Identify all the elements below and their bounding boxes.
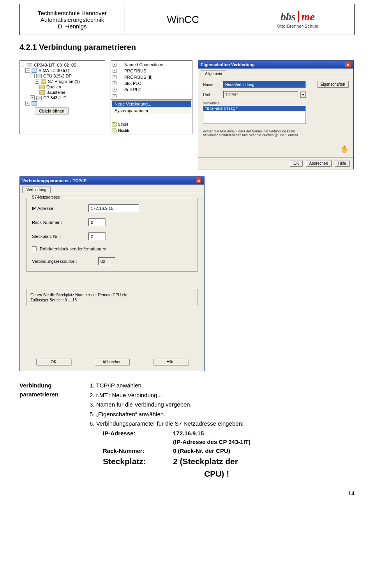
expand-icon[interactable]: +: [113, 88, 116, 92]
kv-ip-note: (IP-Adresse des CP 343-1IT): [173, 438, 251, 447]
tree-cp[interactable]: CP 343-1 IT: [43, 95, 66, 100]
folder-icon: [39, 90, 45, 95]
props-hint-text: Achten Sie bitte darauf, dass der Namen …: [203, 129, 306, 137]
cancel-button[interactable]: Abbrechen: [95, 359, 130, 365]
kv-slot-val: 2 (Steckplatz der: [173, 455, 238, 468]
collapse-icon[interactable]: −: [25, 68, 30, 73]
project-icon: [27, 63, 32, 67]
ip-label: IP-Adresse :: [32, 206, 88, 211]
menu-new-connection[interactable]: Neue Verbindung...: [112, 101, 191, 107]
department-name: Automatisierungstechnik: [41, 16, 104, 23]
rack-label: Rack-Nummer :: [32, 220, 88, 225]
logo-divider: [298, 11, 299, 22]
serverlist-label: Serverliste: [203, 101, 306, 105]
screenshot-row-top: −CP343-1IT_08_02_05 −SIMATIC 300(1) −CPU…: [19, 60, 355, 169]
menu-system-params[interactable]: Systemparameter: [112, 107, 191, 114]
close-icon[interactable]: ✕: [345, 62, 351, 67]
chevron-down-icon[interactable]: ▾: [300, 92, 306, 98]
rawdata-label: Rohdatenblock senden/empfangen: [40, 246, 106, 251]
connection-params-dialog: Verbindungsparameter - TCP/IP ✕ Verbindu…: [19, 176, 205, 371]
instruction-list: 1. TCP/IP anwählen. 2. r.MT.: Neue Verbi…: [90, 381, 355, 480]
ok-button[interactable]: OK: [290, 160, 302, 167]
cpu-icon: [36, 74, 42, 78]
props-title: Eigenschaften Verbindung: [201, 62, 255, 67]
expand-icon[interactable]: +: [30, 95, 35, 100]
struct-icon: [112, 122, 116, 127]
rack-field[interactable]: 0: [88, 218, 106, 226]
tree-blocks[interactable]: Bausteine: [46, 90, 65, 95]
conn-footer: OK Abbrechen Hilfe: [20, 356, 204, 371]
collapse-icon[interactable]: −: [21, 63, 25, 67]
ctx-item-slot-plc[interactable]: +Slot PLC: [111, 80, 192, 86]
expand-icon[interactable]: +: [25, 101, 30, 106]
station-icon: [32, 69, 37, 73]
instruction-block: Verbindung parametrieren 1. TCP/IP anwäh…: [19, 381, 355, 480]
instr-left1: Verbindung: [19, 381, 78, 390]
tree-sources[interactable]: Quellen: [46, 85, 61, 89]
unit-dropdown[interactable]: TCP/IP: [223, 91, 298, 98]
tree-cpu[interactable]: CPU 315-2 DP: [43, 74, 72, 78]
tab-general[interactable]: Allgemein: [201, 70, 226, 77]
rawdata-checkbox[interactable]: [32, 246, 37, 251]
step-3: 3. Namen für die Verbindung vergeben.: [90, 400, 355, 409]
expand-icon[interactable]: +: [113, 94, 116, 98]
ctx-item-profibus[interactable]: +PROFIBUS: [111, 68, 192, 74]
s7-address-group: S7-Netzadresse IP-Adresse : 172.16.9.15 …: [26, 198, 198, 272]
properties-dialog: Eigenschaften Verbindung ✕ Allgemein Nam…: [198, 60, 354, 169]
server-list[interactable]: TECHNIKE-DT1SQF: [203, 106, 306, 124]
kv-ip-key: IP-Adresse:: [103, 429, 173, 438]
conn-tabstrip: Verbindung: [20, 185, 204, 193]
step-6: 6. Verbindungsparameter für die S7 Netza…: [90, 419, 355, 428]
conn-title: Verbindungsparameter - TCP/IP: [22, 178, 86, 183]
help-button[interactable]: Hilfe: [153, 359, 188, 365]
header-logo-cell: bbs me Otto-Brenner-Schule: [241, 4, 354, 35]
context-menu-panel: +Named Connections +PROFIBUS +PROFIBUS (…: [111, 60, 192, 134]
header-title-cell: WinCC: [125, 4, 241, 35]
help-button[interactable]: Hilfe: [335, 160, 349, 167]
slot-label: Steckplatz-Nr. :: [32, 234, 88, 239]
graph-icon: [112, 129, 116, 133]
close-icon[interactable]: ✕: [196, 178, 202, 183]
document-title: WinCC: [167, 14, 199, 26]
slot-field[interactable]: 2: [88, 232, 106, 240]
tree-root[interactable]: CP343-1IT_08_02_05: [34, 63, 76, 67]
node-icon: [32, 101, 37, 106]
ctx-item-tcpip[interactable]: +: [111, 93, 192, 100]
ctx-item-soft-plc[interactable]: +Soft PLC: [111, 86, 192, 93]
collapse-icon[interactable]: −: [35, 79, 39, 84]
expand-icon[interactable]: +: [113, 81, 116, 85]
ip-field[interactable]: 172.16.9.15: [88, 204, 139, 212]
tree-station[interactable]: SIMATIC 300(1): [39, 68, 69, 73]
expand-icon[interactable]: +: [113, 69, 116, 73]
folder-icon: [41, 79, 46, 84]
bbs-logo: bbs me Otto-Brenner-Schule: [277, 11, 319, 28]
properties-button[interactable]: Eigenschaften: [317, 81, 349, 88]
props-tabstrip: Allgemein: [198, 69, 353, 77]
ctx-foot-label2: Graph: [118, 129, 129, 133]
ctx-label: PROFIBUS (II): [124, 75, 153, 79]
ctx-label: Named Connections: [124, 62, 163, 67]
name-field[interactable]: NeueVerbindung: [223, 81, 306, 88]
kv-rack-val: 0 (Rack-Nr. der CPU): [173, 447, 230, 456]
ctx-item-profibus2[interactable]: +PROFIBUS (II): [111, 74, 192, 80]
conn-titlebar[interactable]: Verbindungsparameter - TCP/IP ✕: [20, 177, 204, 185]
slot-hint-box: Geben Sie die Steckplatz Nummer der Remo…: [26, 289, 198, 306]
expand-icon[interactable]: +: [113, 75, 116, 79]
open-object-button[interactable]: Objekt öffnen: [35, 107, 69, 114]
resource-label: Verbindungsressource :: [32, 259, 98, 264]
server-item[interactable]: TECHNIKE-DT1SQF: [203, 106, 305, 111]
author-name: D. Hennigs: [58, 23, 86, 30]
expand-icon[interactable]: +: [113, 63, 116, 67]
tab-connection[interactable]: Verbindung: [22, 187, 51, 193]
ok-button[interactable]: OK: [36, 359, 71, 365]
context-submenu: Neue Verbindung... Systemparameter: [112, 100, 191, 114]
ctx-item-named-connections[interactable]: +Named Connections: [111, 62, 192, 68]
cancel-button[interactable]: Abbrechen: [306, 160, 332, 167]
simatic-project-tree: −CP343-1IT_08_02_05 −SIMATIC 300(1) −CPU…: [19, 60, 105, 134]
props-titlebar[interactable]: Eigenschaften Verbindung ✕: [198, 61, 353, 69]
unit-label: Unit:: [203, 93, 221, 97]
logo-text-me: me: [302, 11, 315, 23]
name-label: Name:: [203, 83, 221, 87]
tree-program[interactable]: S7-Programm(1): [48, 79, 80, 84]
collapse-icon[interactable]: −: [30, 74, 35, 78]
